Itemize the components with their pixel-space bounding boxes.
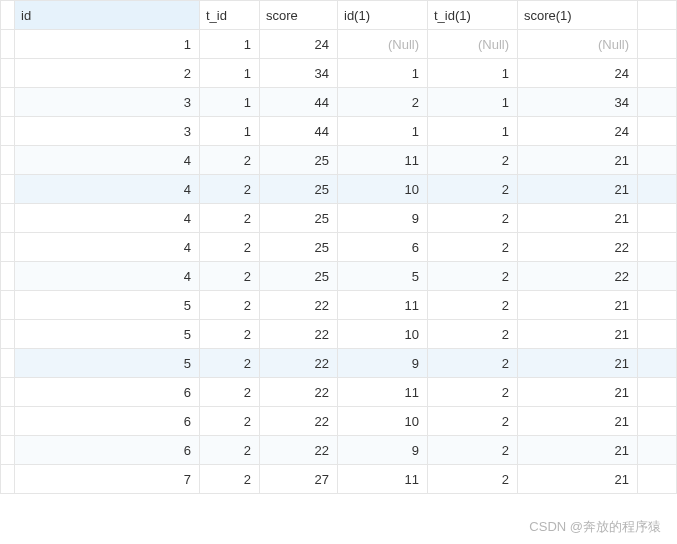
cell-score[interactable]: 25 <box>260 146 338 175</box>
cell-score[interactable]: 34 <box>260 59 338 88</box>
table-row[interactable]: 31442134 <box>1 88 677 117</box>
cell-t_id[interactable]: 2 <box>200 465 260 494</box>
cell-t_id1[interactable]: 1 <box>428 88 518 117</box>
column-header-t_id[interactable]: t_id <box>200 1 260 30</box>
column-header-score1[interactable]: score(1) <box>518 1 638 30</box>
cell-id[interactable]: 2 <box>15 59 200 88</box>
cell-score[interactable]: 22 <box>260 407 338 436</box>
cell-score1[interactable]: 21 <box>518 204 638 233</box>
cell-t_id[interactable]: 2 <box>200 378 260 407</box>
cell-score1[interactable]: 21 <box>518 291 638 320</box>
cell-id[interactable]: 3 <box>15 117 200 146</box>
cell-score1[interactable]: 21 <box>518 349 638 378</box>
cell-t_id[interactable]: 2 <box>200 262 260 291</box>
column-header-t_id1[interactable]: t_id(1) <box>428 1 518 30</box>
cell-id1[interactable]: 9 <box>338 436 428 465</box>
cell-id1[interactable]: 10 <box>338 407 428 436</box>
cell-id[interactable]: 6 <box>15 436 200 465</box>
cell-id[interactable]: 5 <box>15 320 200 349</box>
cell-t_id1[interactable]: 2 <box>428 465 518 494</box>
row-header-cell[interactable] <box>1 465 15 494</box>
cell-t_id[interactable]: 2 <box>200 291 260 320</box>
cell-id1[interactable]: 11 <box>338 291 428 320</box>
cell-score1[interactable]: 24 <box>518 59 638 88</box>
cell-t_id1[interactable]: 2 <box>428 175 518 204</box>
column-header-score[interactable]: score <box>260 1 338 30</box>
cell-t_id1[interactable]: 2 <box>428 291 518 320</box>
row-header-cell[interactable] <box>1 262 15 291</box>
cell-t_id[interactable]: 2 <box>200 175 260 204</box>
cell-id[interactable]: 5 <box>15 349 200 378</box>
cell-score1[interactable]: 21 <box>518 465 638 494</box>
cell-score1[interactable]: 21 <box>518 407 638 436</box>
cell-id1[interactable]: 1 <box>338 59 428 88</box>
row-header-cell[interactable] <box>1 59 15 88</box>
cell-score[interactable]: 27 <box>260 465 338 494</box>
cell-score[interactable]: 25 <box>260 204 338 233</box>
table-row[interactable]: 21341124 <box>1 59 677 88</box>
cell-score[interactable]: 22 <box>260 291 338 320</box>
cell-score1[interactable]: 34 <box>518 88 638 117</box>
cell-t_id1[interactable]: 2 <box>428 320 518 349</box>
table-row[interactable]: 522211221 <box>1 291 677 320</box>
cell-t_id1[interactable]: 2 <box>428 407 518 436</box>
cell-score1[interactable]: 21 <box>518 175 638 204</box>
cell-id1[interactable]: 1 <box>338 117 428 146</box>
cell-score[interactable]: 25 <box>260 175 338 204</box>
cell-score1[interactable]: 21 <box>518 378 638 407</box>
cell-t_id1[interactable]: 2 <box>428 378 518 407</box>
row-header-cell[interactable] <box>1 204 15 233</box>
cell-id[interactable]: 1 <box>15 30 200 59</box>
row-header-cell[interactable] <box>1 117 15 146</box>
cell-t_id[interactable]: 2 <box>200 436 260 465</box>
cell-score[interactable]: 22 <box>260 436 338 465</box>
cell-score[interactable]: 25 <box>260 262 338 291</box>
cell-t_id[interactable]: 1 <box>200 88 260 117</box>
cell-t_id[interactable]: 2 <box>200 146 260 175</box>
row-header-cell[interactable] <box>1 436 15 465</box>
cell-score1[interactable]: 21 <box>518 146 638 175</box>
row-header-cell[interactable] <box>1 88 15 117</box>
cell-id[interactable]: 3 <box>15 88 200 117</box>
table-row[interactable]: 722711221 <box>1 465 677 494</box>
column-header-id1[interactable]: id(1) <box>338 1 428 30</box>
cell-t_id1[interactable]: 1 <box>428 59 518 88</box>
cell-score[interactable]: 24 <box>260 30 338 59</box>
table-row[interactable]: 522210221 <box>1 320 677 349</box>
cell-id1[interactable]: (Null) <box>338 30 428 59</box>
cell-score[interactable]: 44 <box>260 88 338 117</box>
table-row[interactable]: 622211221 <box>1 378 677 407</box>
cell-score[interactable]: 22 <box>260 320 338 349</box>
row-header-cell[interactable] <box>1 175 15 204</box>
cell-id1[interactable]: 9 <box>338 349 428 378</box>
cell-score[interactable]: 22 <box>260 349 338 378</box>
cell-id1[interactable]: 11 <box>338 465 428 494</box>
cell-t_id[interactable]: 1 <box>200 59 260 88</box>
cell-t_id[interactable]: 2 <box>200 349 260 378</box>
cell-t_id1[interactable]: 2 <box>428 146 518 175</box>
cell-score1[interactable]: 22 <box>518 233 638 262</box>
cell-id[interactable]: 5 <box>15 291 200 320</box>
row-header-cell[interactable] <box>1 291 15 320</box>
cell-score1[interactable]: 21 <box>518 320 638 349</box>
cell-t_id1[interactable]: 2 <box>428 349 518 378</box>
cell-id[interactable]: 4 <box>15 175 200 204</box>
cell-id1[interactable]: 10 <box>338 320 428 349</box>
cell-t_id1[interactable]: (Null) <box>428 30 518 59</box>
cell-score[interactable]: 22 <box>260 378 338 407</box>
cell-id1[interactable]: 10 <box>338 175 428 204</box>
cell-id[interactable]: 4 <box>15 262 200 291</box>
column-header-id[interactable]: id <box>15 1 200 30</box>
cell-t_id1[interactable]: 1 <box>428 117 518 146</box>
cell-id1[interactable]: 5 <box>338 262 428 291</box>
cell-t_id[interactable]: 1 <box>200 30 260 59</box>
table-row[interactable]: 42255222 <box>1 262 677 291</box>
cell-id[interactable]: 6 <box>15 407 200 436</box>
cell-id[interactable]: 7 <box>15 465 200 494</box>
cell-t_id1[interactable]: 2 <box>428 262 518 291</box>
cell-t_id1[interactable]: 2 <box>428 233 518 262</box>
table-row[interactable]: 1124(Null)(Null)(Null) <box>1 30 677 59</box>
cell-id1[interactable]: 6 <box>338 233 428 262</box>
cell-t_id[interactable]: 1 <box>200 117 260 146</box>
cell-score1[interactable]: 21 <box>518 436 638 465</box>
